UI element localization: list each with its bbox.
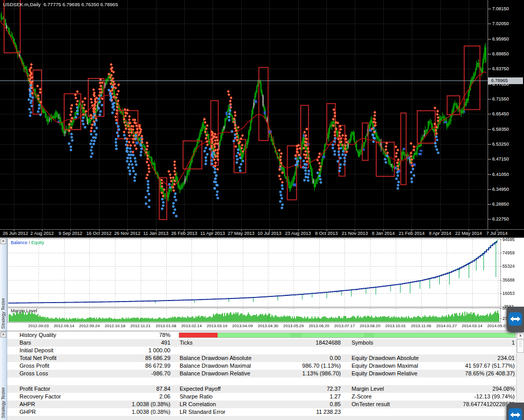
stat-label: Initial Deposit <box>20 347 53 354</box>
date-axis-separator <box>0 229 524 230</box>
price-chart-panel: USDSEK.m,Daily 6.77775 6.79695 6.76350 6… <box>0 0 524 237</box>
date-axis-tick <box>14 229 14 231</box>
table-row <box>7 377 516 385</box>
date-axis-tick <box>42 229 43 231</box>
legend-separator: / <box>28 240 32 245</box>
stat-label: OnTester result <box>352 401 390 408</box>
stat-value: 1.27 <box>264 393 341 400</box>
date-axis-tick <box>269 229 270 231</box>
stat-label: Equity Drawdown Absolute <box>352 354 419 362</box>
stat-value: 2.06 <box>84 393 170 400</box>
stat-value: 1.0038 (0.38%) <box>84 408 170 415</box>
stat-label: LR Standard Error <box>180 408 225 415</box>
balance-axis-label: 16053 <box>502 291 515 296</box>
date-axis-tick <box>440 229 441 231</box>
date-axis-label: 8 Apr 2014 <box>429 231 452 236</box>
price-axis-label: 6.89850 <box>492 51 509 56</box>
date-axis-label: 21 Feb 2014 <box>399 231 425 236</box>
date-axis-tick <box>184 229 185 231</box>
graph-legend: Balance / Equity <box>11 240 44 245</box>
date-axis-label: 27 May 2013 <box>228 231 255 236</box>
scrollbar-up-arrow-icon[interactable]: ▲ <box>517 331 524 339</box>
date-axis-label: 21 Nov 2013 <box>342 231 368 236</box>
graph-date-label: 2013.02.14 <box>181 324 202 328</box>
balance-axis-label: 94595 <box>502 237 515 242</box>
stat-value: 87.84 <box>84 385 170 392</box>
stat-label: Margin Level <box>352 385 384 392</box>
stat-value: 78.65% (26 408.37) <box>418 370 515 377</box>
tester-graph-side-tab[interactable]: × Strategy Tester <box>0 238 7 331</box>
stat-label: Gross Loss <box>20 370 48 377</box>
legend-balance: Balance <box>11 240 28 245</box>
table-row: Gross Loss-986.70Balance Drawdown Relati… <box>7 370 516 377</box>
stat-value: 234.01 <box>418 354 515 362</box>
date-axis-tick <box>241 229 242 231</box>
graph-date-label: 2013.03.19 <box>207 324 227 328</box>
price-axis-separator <box>488 0 488 229</box>
stat-value: 491 <box>84 339 170 346</box>
close-report-panel-button[interactable]: × <box>1 332 6 337</box>
price-axis-label: 6.41050 <box>492 172 509 177</box>
close-graph-panel-button[interactable]: × <box>1 238 6 244</box>
stat-label: Recovery Factor <box>20 393 61 400</box>
stat-label: Sharpe Ratio <box>180 393 212 400</box>
date-axis-label: 11 Jan 2013 <box>143 231 168 236</box>
graph-date-label: 2012.09.24 <box>79 324 100 328</box>
graph-date-label: 2012.10.18 <box>105 324 125 328</box>
graph-date-label: 2013.10.01 <box>385 324 406 328</box>
legend-equity: Equity <box>31 240 44 245</box>
stat-label: Expected Payoff <box>180 385 221 392</box>
stat-label: Ticks <box>180 339 192 346</box>
tester-report-side-tab[interactable]: × Strategy Tester <box>0 331 7 420</box>
stat-value: 0.85 <box>264 401 341 408</box>
balance-equity-canvas[interactable] <box>7 238 501 323</box>
date-axis-tick <box>156 229 157 231</box>
teamviewer-widget-icon[interactable] <box>507 403 524 420</box>
price-chart-canvas[interactable] <box>0 0 488 229</box>
table-row: Bars491Ticks18424688Symbols1 <box>7 339 516 347</box>
balance-axis-label: 55324 <box>502 264 515 269</box>
table-row: Total Net Profit85 686.29Balance Drawdow… <box>7 354 516 362</box>
graph-date-label: 2014.05.07 <box>488 324 508 328</box>
price-axis-label: 6.95950 <box>492 36 509 42</box>
graph-date-label: 2014.03.14 <box>462 324 482 328</box>
stat-label: Balance Drawdown Relative <box>180 370 250 377</box>
chart-ohlc-title: USDSEK.m,Daily 6.77775 6.79695 6.76350 6… <box>3 2 118 7</box>
stat-label: Symbols <box>352 339 373 346</box>
date-axis-label: 11 Apr 2013 <box>200 231 225 236</box>
stat-label: Balance Drawdown Absolute <box>180 354 251 362</box>
teamviewer-widget-icon[interactable] <box>507 307 524 332</box>
price-axis-label: 6.59350 <box>492 127 509 132</box>
stat-label: LR Correlation <box>180 401 216 408</box>
stat-value: 1.0038 (0.38%) <box>84 401 170 408</box>
stat-label: AHPR <box>20 401 35 408</box>
stat-value: 41 597.67 (51.77%) <box>418 362 515 369</box>
graph-date-label: 2012.11.21 <box>130 324 150 328</box>
price-axis-label: 6.83750 <box>492 66 509 71</box>
stat-value: 72.37 <box>264 385 341 392</box>
stat-label: Equity Drawdown Relative <box>352 370 417 377</box>
graph-date-label: 2013.07.17 <box>334 324 355 328</box>
balance-axis-label: 74959 <box>502 251 515 255</box>
stat-value: 78.64774120228579 <box>418 401 515 408</box>
date-axis-tick <box>355 229 355 231</box>
price-axis-label: 6.47150 <box>492 156 509 162</box>
stat-label: Total Net Profit <box>20 354 56 362</box>
remote-arrows-icon <box>509 312 522 326</box>
scrollbar-thumb[interactable] <box>517 339 524 353</box>
stat-value: 1 <box>418 339 515 346</box>
price-axis-label: 6.53250 <box>492 142 509 147</box>
stat-label: Bars <box>20 339 31 346</box>
date-axis-tick <box>412 229 412 231</box>
date-axis-tick <box>298 229 299 231</box>
date-axis-label: 23 Aug 2013 <box>285 231 311 236</box>
strategy-tester-tab-label: Strategy Tester <box>1 387 6 418</box>
current-price-label: 6.78965 <box>488 77 523 84</box>
graph-date-label: 2013.01.08 <box>156 324 176 328</box>
graph-date-label: 2013.04.30 <box>258 324 278 328</box>
date-axis-tick <box>469 229 469 231</box>
table-row: AHPR1.0038 (0.38%)LR Correlation0.85OnTe… <box>7 401 516 408</box>
stat-value: 986.70 (1.13%) <box>264 362 341 369</box>
stat-label: Balance Drawdown Maximal <box>180 362 251 369</box>
stat-value: 294.08% <box>418 385 515 392</box>
